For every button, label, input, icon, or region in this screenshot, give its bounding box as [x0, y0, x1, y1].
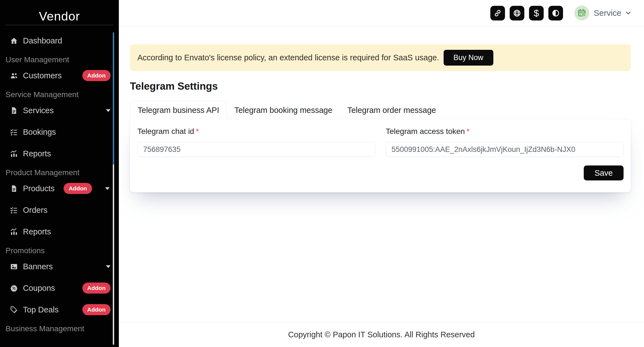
link-icon — [494, 9, 502, 17]
sidebar-item-label: Banners — [23, 262, 53, 271]
page-title: Telegram Settings — [130, 81, 631, 92]
brand-logo: Vendor — [0, 8, 119, 25]
sidebar-item-reports-service[interactable]: Reports — [0, 146, 119, 161]
sidebar-item-label: Orders — [23, 206, 48, 215]
save-button[interactable]: Save — [584, 165, 624, 180]
avatar — [574, 6, 589, 20]
main-area: $ — [119, 0, 644, 347]
addon-badge: Addon — [82, 70, 111, 81]
sidebar-item-label: Dashboard — [23, 36, 62, 45]
chevron-down-icon — [106, 265, 111, 268]
telegram-access-token-input[interactable] — [386, 142, 624, 157]
percent-badge-icon — [10, 284, 18, 292]
dollar-icon: $ — [534, 8, 539, 18]
page-content: According to Envato's license policy, an… — [119, 26, 644, 322]
sidebar-item-label: Bookings — [23, 128, 56, 137]
telegram-access-token-field-group: Telegram access token* — [386, 127, 624, 157]
sidebar-item-label: Services — [23, 106, 54, 115]
sidebar-section-label: Business Management — [6, 324, 84, 333]
telegram-chat-id-input[interactable] — [137, 142, 375, 157]
sidebar-item-services[interactable]: Services — [0, 103, 119, 118]
home-icon — [10, 37, 18, 45]
buy-now-button[interactable]: Buy Now — [444, 50, 493, 66]
tab-telegram-order-message[interactable]: Telegram order message — [340, 101, 444, 120]
sidebar-item-customers[interactable]: Customers Addon — [0, 68, 119, 83]
user-name: Service — [594, 8, 621, 18]
tab-bar: Telegram business API Telegram booking m… — [130, 101, 631, 120]
user-menu[interactable]: Service — [574, 6, 631, 20]
image-icon — [10, 263, 18, 270]
chart-icon — [10, 228, 18, 235]
telegram-settings-card: Telegram chat id* Telegram access token*… — [130, 120, 631, 192]
users-icon — [10, 72, 18, 79]
sidebar-section-label: Promotions — [6, 246, 45, 255]
sidebar-section-label: Service Management — [6, 90, 79, 99]
topbar: $ — [119, 0, 644, 26]
license-banner-text: According to Envato's license policy, an… — [137, 53, 439, 62]
field-grid: Telegram chat id* Telegram access token* — [137, 127, 624, 157]
sidebar-item-top-deals[interactable]: Top Deals Addon — [0, 302, 119, 317]
sidebar-section-label: User Management — [6, 55, 69, 64]
language-button[interactable] — [510, 6, 524, 20]
file-icon — [10, 185, 18, 192]
tab-telegram-booking-message[interactable]: Telegram booking message — [227, 101, 340, 120]
sidebar-item-label: Products — [23, 184, 54, 193]
sidebar: Vendor Dashboard User Management Custome… — [0, 0, 119, 347]
sidebar-section-product-management: Product Management — [0, 168, 119, 177]
telegram-chat-id-field-group: Telegram chat id* — [137, 127, 375, 157]
sidebar-item-coupons[interactable]: Coupons Addon — [0, 281, 119, 295]
save-row: Save — [137, 165, 624, 180]
sidebar-section-label: Product Management — [6, 168, 80, 177]
sidebar-nav: Dashboard User Management Customers Addo… — [0, 25, 119, 333]
chevron-down-icon — [626, 11, 631, 15]
footer-copyright: Copyright © Papon IT Solutions. All Righ… — [288, 330, 475, 339]
sidebar-item-label: Coupons — [23, 284, 55, 293]
telegram-access-token-label: Telegram access token* — [386, 127, 624, 136]
sidebar-item-label: Top Deals — [23, 305, 59, 314]
sidebar-item-label: Reports — [23, 227, 51, 236]
addon-badge: Addon — [82, 304, 111, 315]
file-icon — [10, 107, 18, 114]
sidebar-section-business-management: Business Management — [0, 324, 119, 333]
chart-icon — [10, 150, 18, 157]
list-check-icon — [10, 206, 18, 214]
globe-icon — [513, 9, 521, 17]
field-label-text: Telegram chat id — [137, 127, 194, 136]
sidebar-item-dashboard[interactable]: Dashboard — [0, 33, 119, 48]
sidebar-section-user-management: User Management — [0, 55, 119, 64]
theme-contrast-icon — [552, 9, 560, 17]
link-button[interactable] — [490, 6, 505, 20]
sidebar-section-service-management: Service Management — [0, 90, 119, 99]
currency-button[interactable]: $ — [529, 6, 544, 20]
license-banner: According to Envato's license policy, an… — [130, 44, 631, 71]
tab-telegram-business-api[interactable]: Telegram business API — [130, 101, 227, 120]
sidebar-section-promotions: Promotions — [0, 246, 119, 255]
required-asterisk: * — [196, 127, 199, 136]
addon-badge: Addon — [82, 283, 111, 294]
list-check-icon — [10, 128, 18, 136]
required-asterisk: * — [467, 127, 470, 136]
chevron-down-icon — [106, 109, 111, 112]
sidebar-item-products[interactable]: Products Addon — [0, 181, 119, 196]
field-label-text: Telegram access token — [386, 127, 465, 136]
sidebar-item-label: Reports — [23, 149, 51, 158]
chevron-down-icon — [105, 187, 110, 190]
tags-icon — [10, 306, 18, 314]
sidebar-item-bookings[interactable]: Bookings — [0, 125, 119, 139]
addon-badge: Addon — [64, 183, 92, 194]
calendar-check-icon — [577, 9, 586, 17]
footer: Copyright © Papon IT Solutions. All Righ… — [119, 322, 644, 347]
sidebar-item-reports-product[interactable]: Reports — [0, 224, 119, 239]
sidebar-item-label: Customers — [23, 71, 62, 80]
sidebar-item-banners[interactable]: Banners — [0, 259, 119, 274]
sidebar-item-orders[interactable]: Orders — [0, 203, 119, 217]
telegram-chat-id-label: Telegram chat id* — [137, 127, 375, 136]
theme-toggle-button[interactable] — [548, 6, 563, 20]
sidebar-scrollbar-thumb[interactable] — [113, 32, 114, 165]
sidebar-scrollbar-track[interactable] — [113, 32, 114, 345]
